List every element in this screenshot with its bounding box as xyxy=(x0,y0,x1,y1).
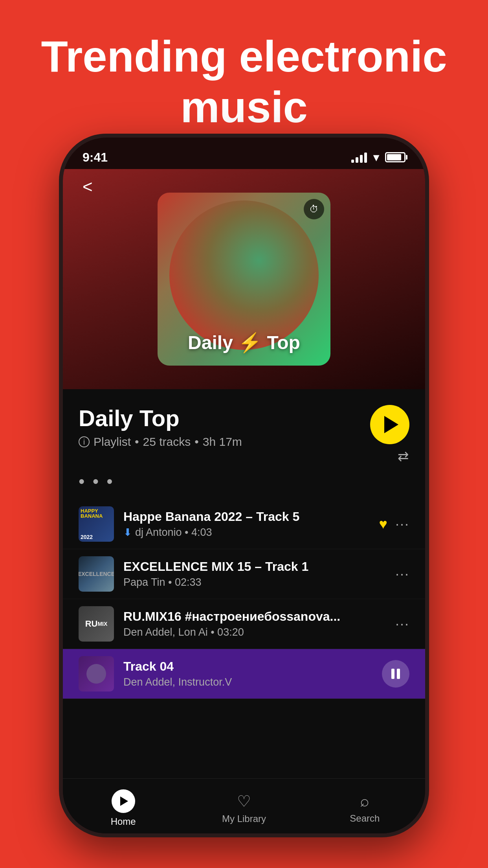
playlist-dot2: • xyxy=(194,435,199,449)
playlist-title: Daily Top xyxy=(79,405,362,431)
cover-area: ⏱ Daily ⚡ Top xyxy=(63,169,425,389)
track-thumbnail xyxy=(79,656,114,691)
pause-button[interactable] xyxy=(382,660,409,688)
track-name: Track 04 xyxy=(123,659,382,674)
battery-icon xyxy=(385,152,405,162)
hero-title: Trending electronic music xyxy=(0,31,488,133)
status-bar: 9:41 ▾ xyxy=(63,138,425,169)
content-area: Daily Top i Playlist • 25 tracks • 3h 17… xyxy=(63,389,425,786)
nav-item-my-library[interactable]: ♡ My Library xyxy=(183,788,304,824)
playlist-tracks: 25 tracks xyxy=(143,435,191,449)
track-thumbnail: EXCELLENCE xyxy=(79,556,114,592)
track-list: HAPPYBANANA 2022 Happe Banana 2022 – Tra… xyxy=(63,499,425,699)
track-artist: Den Addel, Instructor.V xyxy=(123,676,382,688)
nav-label-my-library: My Library xyxy=(222,813,266,824)
track-info: Track 04 Den Addel, Instructor.V xyxy=(123,659,382,688)
track-more-button[interactable]: ··· xyxy=(395,516,409,532)
track-actions: ··· xyxy=(395,616,409,632)
back-button[interactable]: < xyxy=(75,173,101,200)
nav-label-search: Search xyxy=(350,813,380,824)
track-info: EXCELLENCE MIX 15 – Track 1 Papa Tin • 0… xyxy=(123,559,395,588)
track-artist: ⬇ dj Antonio • 4:03 xyxy=(123,526,379,539)
playlist-header: Daily Top i Playlist • 25 tracks • 3h 17… xyxy=(63,389,425,472)
download-icon: ⬇ xyxy=(123,526,132,539)
nav-label-home: Home xyxy=(111,816,136,827)
cover-label: Daily ⚡ Top xyxy=(188,332,300,354)
playlist-duration: 3h 17m xyxy=(203,435,242,449)
playlist-info: Daily Top i Playlist • 25 tracks • 3h 17… xyxy=(79,405,362,449)
playlist-type: Playlist xyxy=(94,435,131,449)
track-thumbnail: HAPPYBANANA 2022 xyxy=(79,506,114,542)
track-actions xyxy=(382,660,409,688)
track-thumbnail: RUMIX xyxy=(79,606,114,642)
track-more-button[interactable]: ··· xyxy=(395,616,409,632)
track-name: EXCELLENCE MIX 15 – Track 1 xyxy=(123,559,395,574)
playlist-meta: i Playlist • 25 tracks • 3h 17m xyxy=(79,435,362,449)
nav-item-search[interactable]: ⌕ Search xyxy=(305,788,425,824)
info-icon[interactable]: i xyxy=(79,436,90,447)
play-button[interactable] xyxy=(370,405,409,444)
status-time: 9:41 xyxy=(83,150,108,165)
heart-nav-icon: ♡ xyxy=(237,792,251,810)
track-artist: Den Addel, Lon Ai • 03:20 xyxy=(123,626,395,638)
more-options-button[interactable]: • • • xyxy=(63,472,425,499)
bottom-nav: Home ♡ My Library ⌕ Search xyxy=(63,778,425,833)
signal-icon xyxy=(351,152,367,163)
status-icons: ▾ xyxy=(351,151,405,164)
track-actions: ♥ ··· xyxy=(379,516,409,532)
track-artist: Papa Tin • 02:33 xyxy=(123,576,395,588)
wifi-icon: ▾ xyxy=(373,151,379,164)
track-name: Happe Banana 2022 – Track 5 xyxy=(123,509,379,524)
like-button[interactable]: ♥ xyxy=(379,516,387,532)
track-more-button[interactable]: ··· xyxy=(395,566,409,582)
shuffle-icon[interactable]: ⇄ xyxy=(398,448,409,464)
track-actions: ··· xyxy=(395,566,409,582)
nav-item-home[interactable]: Home xyxy=(63,785,183,827)
cover-badge: ⏱ xyxy=(304,199,324,219)
pause-icon xyxy=(391,669,394,679)
cover-art: ⏱ Daily ⚡ Top xyxy=(158,193,330,366)
track-info: RU.MIX16 #настроениебossanova... Den Add… xyxy=(123,609,395,638)
home-icon xyxy=(112,789,135,813)
track-name: RU.MIX16 #настроениебossanova... xyxy=(123,609,395,624)
play-icon xyxy=(384,416,398,433)
track-item[interactable]: HAPPYBANANA 2022 Happe Banana 2022 – Tra… xyxy=(63,499,425,549)
search-nav-icon: ⌕ xyxy=(360,792,369,810)
phone-frame: 9:41 ▾ < ⏱ Daily ⚡ Top Daily T xyxy=(59,134,429,837)
playlist-dot: • xyxy=(135,435,139,449)
track-item[interactable]: RUMIX RU.MIX16 #настроениебossanova... D… xyxy=(63,599,425,649)
track-info: Happe Banana 2022 – Track 5 ⬇ dj Antonio… xyxy=(123,509,379,539)
track-item[interactable]: EXCELLENCE EXCELLENCE MIX 15 – Track 1 P… xyxy=(63,549,425,599)
track-item-playing[interactable]: Track 04 Den Addel, Instructor.V xyxy=(63,649,425,699)
pause-icon xyxy=(397,669,400,679)
